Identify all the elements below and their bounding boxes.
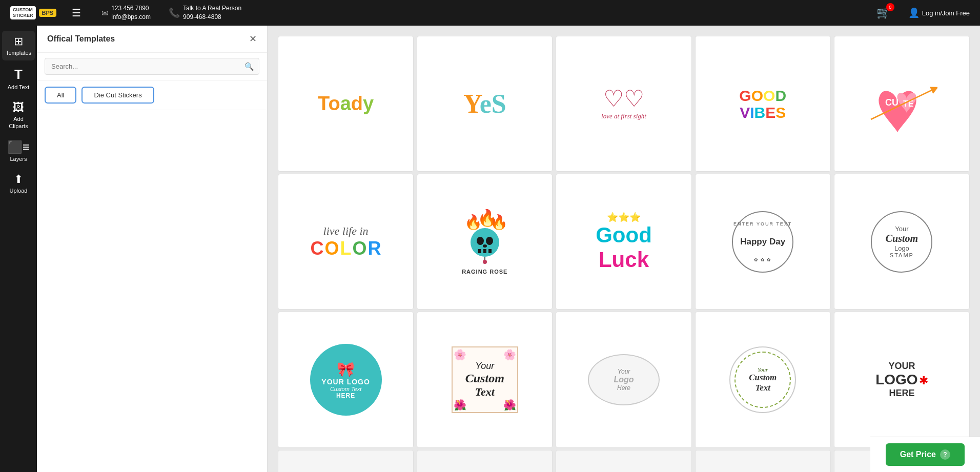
cart-badge: 0 xyxy=(886,3,894,11)
templates-row-1: Toady YeS ♡♡ love at first sight GOOD xyxy=(278,36,970,172)
contact-info: ✉ 123 456 7890 info@bps.com xyxy=(101,4,151,22)
love-first-design: ♡♡ love at first sight xyxy=(601,87,646,120)
template-cute[interactable]: CU TE xyxy=(834,36,970,172)
cart-button[interactable]: 🛒 0 xyxy=(876,6,890,19)
canvas-area: Toady YeS ♡♡ love at first sight GOOD xyxy=(268,26,980,472)
sidebar-item-layers[interactable]: ⬛≡ Layers xyxy=(2,136,35,167)
templates-icon: ⊞ xyxy=(14,35,23,48)
custom-logo-design: Your Custom Logo STAMP xyxy=(871,211,932,273)
login-label: Log in/Join Free xyxy=(922,9,970,17)
template-placeholder-4[interactable] xyxy=(695,450,831,472)
search-icon: 🔍 xyxy=(244,62,254,71)
phone-number: 123 456 7890 xyxy=(111,4,151,13)
template-floral-custom[interactable]: 🌸 🌸 🌺 🌺 Your Custom Text xyxy=(417,312,553,447)
template-logo-here-oval[interactable]: Your Logo Here xyxy=(556,312,691,447)
cute-design: CU TE xyxy=(866,76,937,132)
svg-rect-11 xyxy=(483,249,486,253)
template-love-first[interactable]: ♡♡ love at first sight xyxy=(556,36,691,172)
get-price-button[interactable]: Get Price ? xyxy=(886,443,965,466)
hamburger-menu[interactable]: ☰ xyxy=(72,7,81,19)
happy-day-design: ENTER YOUR TEXT Happy Day ✿ ✿ ✿ xyxy=(732,211,793,273)
templates-row-3: 🎀 YOUR LOGO Custom Text HERE 🌸 🌸 🌺 🌺 You… xyxy=(278,312,970,447)
header: CUSTOMSTICKER BPS ☰ ✉ 123 456 7890 info@… xyxy=(0,0,980,26)
filter-buttons: All Die Cut Stickers xyxy=(37,80,267,110)
get-price-label: Get Price xyxy=(900,450,936,459)
skull-design: 🔥 🔥 🔥 xyxy=(457,209,513,275)
login-button[interactable]: 👤 Log in/Join Free xyxy=(908,7,970,18)
svg-point-14 xyxy=(483,260,487,264)
good-luck-design: ⭐⭐⭐ Good Luck xyxy=(596,212,652,272)
templates-row-4 xyxy=(278,450,970,472)
svg-rect-12 xyxy=(488,249,492,253)
panel-header: Offical Templates ✕ xyxy=(37,26,267,53)
logo-custom-sticker: CUSTOMSTICKER xyxy=(10,6,36,19)
template-placeholder-3[interactable] xyxy=(556,450,691,472)
email: info@bps.com xyxy=(111,13,151,22)
upload-label: Upload xyxy=(10,188,28,194)
sidebar-item-templates[interactable]: ⊞ Templates xyxy=(2,31,35,60)
layers-label: Layers xyxy=(10,156,27,162)
toady-design: Toady xyxy=(318,93,374,115)
good-vibes-design: GOOD VIBES xyxy=(739,87,786,121)
template-your-logo-text[interactable]: YOUR LOGO✱ HERE xyxy=(834,312,970,447)
filter-all-button[interactable]: All xyxy=(45,87,76,104)
template-toady[interactable]: Toady xyxy=(278,36,414,172)
main-layout: ⊞ Templates T Add Text 🖼 Add Cliparts ⬛≡… xyxy=(0,26,980,472)
svg-point-7 xyxy=(477,237,484,245)
template-custom-logo[interactable]: Your Custom Logo STAMP xyxy=(834,174,970,310)
template-happy-day[interactable]: ENTER YOUR TEXT Happy Day ✿ ✿ ✿ xyxy=(695,174,831,310)
user-icon: 👤 xyxy=(908,7,920,18)
template-placeholder-1[interactable] xyxy=(278,450,414,472)
upload-icon: ⬆ xyxy=(14,173,23,186)
template-your-logo-teal[interactable]: 🎀 YOUR LOGO Custom Text HERE xyxy=(278,312,414,447)
filter-die-cut-button[interactable]: Die Cut Stickers xyxy=(81,87,154,104)
logo-bps: BPS xyxy=(39,9,57,17)
logo[interactable]: CUSTOMSTICKER BPS xyxy=(10,6,56,19)
sidebar-item-upload[interactable]: ⬆ Upload xyxy=(2,169,35,198)
add-text-icon: T xyxy=(14,67,23,83)
phone-icon: 📞 xyxy=(169,7,180,18)
add-cliparts-label: Add Cliparts xyxy=(5,116,32,129)
search-bar: 🔍 xyxy=(37,53,267,80)
help-icon: ? xyxy=(940,449,950,460)
templates-label: Templates xyxy=(6,50,31,56)
svg-point-9 xyxy=(483,244,487,248)
logo-here-oval-design: Your Logo Here xyxy=(588,354,660,405)
mail-icon: ✉ xyxy=(101,8,108,18)
templates-list xyxy=(37,110,267,472)
svg-point-8 xyxy=(486,237,493,245)
left-sidebar: ⊞ Templates T Add Text 🖼 Add Cliparts ⬛≡… xyxy=(0,26,37,472)
your-logo-teal-design: 🎀 YOUR LOGO Custom Text HERE xyxy=(310,344,382,416)
skull-text: RAGING ROSE xyxy=(457,269,513,275)
talk-contact: 📞 Talk to A Real Person 909-468-4808 xyxy=(169,4,241,22)
svg-rect-10 xyxy=(478,249,481,253)
sidebar-item-add-text[interactable]: T Add Text xyxy=(2,63,35,95)
panel-title: Offical Templates xyxy=(47,34,115,44)
bottom-bar: Get Price ? xyxy=(870,437,980,472)
your-logo-text-design: YOUR LOGO✱ HERE xyxy=(875,361,928,399)
template-custom-text-laurel[interactable]: Your Custom Text xyxy=(695,312,831,447)
template-good-vibes[interactable]: GOOD VIBES xyxy=(695,36,831,172)
close-button[interactable]: ✕ xyxy=(249,33,257,45)
talk-phone: 909-468-4808 xyxy=(183,13,241,22)
layers-icon: ⬛≡ xyxy=(7,140,30,154)
live-color-design: live life in COLOR xyxy=(311,224,381,259)
svg-text:🔥: 🔥 xyxy=(490,214,508,231)
sidebar-item-add-cliparts[interactable]: 🖼 Add Cliparts xyxy=(2,97,35,133)
add-text-label: Add Text xyxy=(8,84,30,91)
cute-svg: CU TE xyxy=(866,76,937,132)
templates-row-2: live life in COLOR 🔥 🔥 🔥 xyxy=(278,174,970,310)
yes-design: YeS xyxy=(463,89,506,119)
custom-text-laurel-design: Your Custom Text xyxy=(729,346,796,413)
template-live-color[interactable]: live life in COLOR xyxy=(278,174,414,310)
floral-custom-design: 🌸 🌸 🌺 🌺 Your Custom Text xyxy=(452,346,518,413)
template-placeholder-2[interactable] xyxy=(417,450,553,472)
templates-panel: Offical Templates ✕ 🔍 All Die Cut Sticke… xyxy=(37,26,268,472)
talk-label: Talk to A Real Person xyxy=(183,4,241,13)
svg-text:CU: CU xyxy=(885,97,899,108)
template-skull[interactable]: 🔥 🔥 🔥 xyxy=(417,174,553,310)
template-good-luck[interactable]: ⭐⭐⭐ Good Luck xyxy=(556,174,691,310)
love-first-text: love at first sight xyxy=(601,112,646,120)
template-yes[interactable]: YeS xyxy=(417,36,553,172)
search-input[interactable] xyxy=(45,58,259,75)
